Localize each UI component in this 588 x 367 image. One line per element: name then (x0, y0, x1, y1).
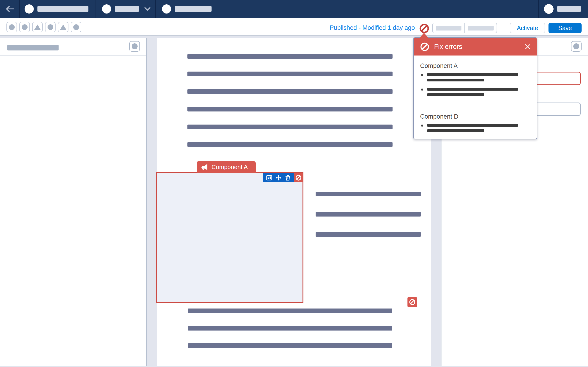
circle-placeholder-icon (22, 24, 27, 30)
megaphone-icon (201, 163, 208, 171)
close-button[interactable] (523, 43, 532, 51)
component-delete-button[interactable] (284, 174, 291, 181)
palette-tool-triangle[interactable] (32, 22, 43, 32)
error-text-placeholder (427, 88, 518, 91)
sidebar-header-button[interactable] (129, 41, 140, 52)
error-text-placeholder (427, 93, 484, 96)
error-text-placeholder (427, 129, 484, 132)
nav-context-item[interactable] (162, 0, 212, 18)
selected-component-name: Component A (212, 164, 248, 171)
error-text-placeholder (427, 79, 484, 81)
user-menu[interactable] (544, 0, 581, 18)
palette-tool-circle[interactable] (19, 22, 30, 32)
triangle-placeholder-icon (34, 25, 41, 30)
context-label-placeholder (175, 6, 212, 12)
view-mode-right-placeholder (468, 26, 493, 31)
bullet-dot (421, 74, 423, 76)
component-actions (263, 173, 294, 182)
back-arrow-icon (5, 6, 14, 12)
ban-icon (419, 23, 429, 33)
circle-placeholder-icon (73, 24, 79, 30)
view-mode-group (432, 23, 497, 33)
context-icon-placeholder (162, 4, 171, 14)
palette-tool-circle[interactable] (45, 22, 56, 32)
text-placeholder-line (188, 343, 392, 348)
error-text-placeholder (427, 73, 518, 76)
site-name-placeholder (37, 6, 88, 12)
error-list (420, 73, 530, 99)
error-section-component-a: Component A (414, 62, 537, 99)
view-mode-left-placeholder (436, 26, 461, 31)
sidebar-title-placeholder (7, 45, 59, 50)
selected-component-label: Component A (197, 161, 256, 173)
text-placeholder-line (188, 326, 392, 331)
component-action-toolbar (263, 173, 303, 182)
palette-tool-circle[interactable] (71, 22, 81, 32)
text-placeholder-line (316, 212, 421, 217)
ban-icon (295, 175, 302, 181)
text-placeholder-line (188, 309, 392, 313)
text-placeholder-line (187, 142, 393, 147)
site-logo-placeholder (25, 4, 34, 14)
component-layout-button[interactable] (266, 174, 273, 181)
error-component-name: Component D (420, 113, 530, 120)
page-name-placeholder (115, 6, 139, 12)
nav-divider (95, 0, 96, 18)
back-button[interactable] (3, 4, 16, 14)
trash-icon (285, 175, 291, 181)
page-errors-button[interactable] (419, 23, 429, 33)
circle-placeholder-icon (9, 24, 15, 30)
text-placeholder-line (187, 54, 393, 59)
component-error-badge[interactable] (407, 297, 417, 307)
error-bullet (420, 124, 530, 135)
properties-header-button[interactable] (571, 41, 582, 52)
properties-header-icon-placeholder (573, 43, 579, 49)
ban-icon (420, 42, 430, 52)
selected-component-region[interactable] (156, 172, 303, 303)
nav-divider (538, 0, 539, 18)
text-placeholder-line (316, 192, 421, 196)
avatar (544, 4, 553, 14)
popover-pointer (419, 33, 429, 38)
popover-title: Fix errors (434, 43, 519, 50)
palette-tool-circle[interactable] (6, 22, 17, 32)
fix-errors-header: Fix errors (414, 38, 537, 56)
components-sidebar (0, 38, 147, 366)
error-text-placeholder (427, 124, 518, 127)
fix-errors-popover: Fix errors Component A Component D (413, 37, 537, 139)
ban-icon (409, 299, 415, 305)
bullet-dot (421, 125, 423, 127)
view-mode-right-button[interactable] (464, 23, 497, 33)
triangle-placeholder-icon (60, 25, 66, 30)
fix-errors-body: Component A Component D (414, 56, 537, 139)
sidebar-header (0, 38, 146, 56)
error-section-component-d: Component D (414, 106, 537, 135)
nav-site-switcher[interactable] (25, 0, 88, 18)
error-bullet (420, 73, 530, 84)
save-button[interactable]: Save (548, 23, 582, 33)
text-placeholder-line (187, 107, 393, 111)
page-builder-window: Published - Modified 1 day ago Activate … (0, 0, 588, 367)
component-error-button[interactable] (294, 173, 303, 182)
top-nav (0, 0, 588, 18)
builder-toolbar (0, 18, 588, 36)
layout-icon (266, 174, 273, 181)
error-component-name: Component A (420, 62, 530, 69)
bullet-dot (421, 89, 423, 91)
username-placeholder (557, 6, 581, 12)
text-placeholder-line (187, 72, 393, 76)
page-icon-placeholder (102, 4, 111, 14)
palette-tool-triangle[interactable] (58, 22, 69, 32)
sidebar-header-icon-placeholder (132, 43, 138, 49)
text-placeholder-line (187, 89, 393, 94)
component-move-button[interactable] (275, 174, 282, 181)
nav-page-picker[interactable] (102, 0, 151, 18)
publish-status-text: Published - Modified 1 day ago (330, 24, 415, 31)
move-icon (275, 174, 282, 181)
chevron-down-icon (144, 7, 151, 11)
activate-button[interactable]: Activate (510, 23, 545, 33)
nav-divider (155, 0, 156, 18)
text-placeholder-line (316, 232, 421, 237)
view-mode-left-button[interactable] (433, 23, 464, 33)
error-bullet (420, 88, 530, 99)
